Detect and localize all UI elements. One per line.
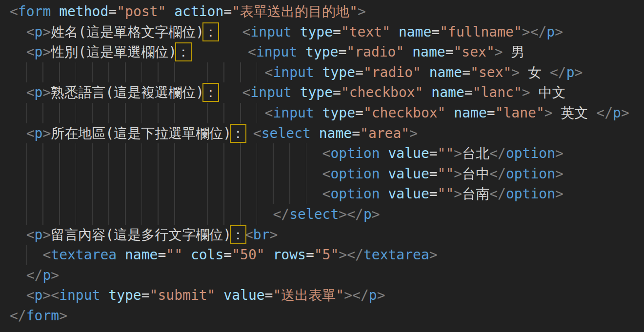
token-eq: = [429, 186, 438, 202]
token-text [314, 105, 322, 121]
token-punct: > [555, 166, 564, 182]
token-text: 性別(這是單選欄位) [51, 44, 177, 60]
code-line: <option value="">台中</option> [10, 164, 644, 184]
token-attr: type [305, 44, 338, 60]
token-attr: type [322, 105, 355, 121]
token-string: "lane" [495, 105, 544, 121]
code-line: <p>留言內容(這是多行文字欄位)：<br> [10, 225, 644, 245]
token-eq: = [464, 84, 473, 100]
token-punct: < [265, 105, 273, 121]
code-line: <p>性別(這是單選欄位)： <input type="radio" name=… [10, 42, 644, 62]
token-punct: </ [489, 145, 506, 161]
token-punct: < [242, 84, 251, 100]
token-punct: > [42, 125, 51, 141]
token-string: "" [166, 247, 182, 263]
token-punct: > [59, 308, 67, 324]
indent-guides [10, 164, 322, 184]
token-text [265, 247, 273, 263]
token-string: "表單送出的目的地" [232, 3, 358, 20]
token-punct: > [511, 64, 520, 80]
token-attr: type [300, 84, 333, 100]
code-line: <p>所在地區(這是下拉選單欄位)： <select name="area"> [10, 123, 644, 144]
token-attr: name [412, 44, 445, 60]
token-attr: name [429, 64, 462, 80]
token-text [245, 125, 253, 141]
token-punct: > [454, 166, 462, 182]
token-text [292, 24, 300, 40]
token-text [404, 44, 412, 60]
unicode-highlighted-colon: ： [231, 125, 245, 141]
token-punct: < [26, 287, 35, 303]
token-text: 中文 [530, 84, 566, 100]
token-punct: > [522, 24, 530, 40]
indent-guides [10, 225, 26, 245]
token-punct: </ [489, 166, 506, 182]
token-tag: textarea [363, 247, 429, 263]
token-tag: option [330, 186, 380, 202]
token-punct: </ [489, 186, 506, 202]
token-tag: p [35, 287, 43, 303]
token-tag: p [42, 267, 51, 283]
token-punct: < [248, 44, 256, 60]
code-line: <input type="checkbox" name="lane"> 英文 <… [10, 103, 644, 123]
token-punct: </ [550, 64, 566, 80]
token-attr: value [388, 186, 429, 202]
token-punct: > [409, 125, 418, 141]
code-editor[interactable]: <form method="post" action="表單送出的目的地"><p… [0, 0, 644, 332]
token-eq: = [223, 3, 232, 20]
token-tag: select [289, 206, 339, 222]
token-tag: p [546, 24, 555, 40]
code-line: <p>熟悉語言(這是複選欄位)： <input type="checkbox" … [10, 82, 644, 103]
token-punct: < [51, 287, 59, 303]
token-punct: </ [10, 308, 26, 324]
token-eq: = [431, 24, 440, 40]
token-text: 女 [520, 64, 550, 80]
token-attr: name [454, 105, 486, 121]
token-punct: > [555, 145, 564, 161]
token-punct: > [377, 287, 385, 303]
token-punct: < [26, 227, 35, 243]
token-tag: textarea [51, 247, 117, 263]
token-punct: </ [530, 24, 547, 40]
token-text [51, 3, 59, 20]
token-eq: = [141, 287, 150, 303]
token-eq: = [158, 247, 166, 263]
token-text: 所在地區(這是下拉選單欄位) [51, 125, 231, 141]
token-string: "" [438, 145, 454, 161]
token-attr: action [174, 3, 223, 20]
token-punct: < [242, 24, 251, 40]
token-attr: value [388, 166, 429, 182]
token-string: "area" [360, 125, 409, 141]
token-punct: > [454, 145, 462, 161]
token-tag: input [273, 64, 314, 80]
indent-guides [10, 123, 26, 144]
token-tag: option [506, 186, 555, 202]
indent-guides [10, 42, 26, 62]
code-line: <textarea name="" cols="50" rows="5"></t… [10, 245, 644, 265]
token-punct: > [555, 24, 563, 40]
token-string: "submit" [150, 287, 216, 303]
token-tag: option [506, 145, 555, 161]
indent-guides [10, 245, 42, 265]
token-text [380, 145, 388, 161]
token-text: 男 [503, 44, 525, 60]
token-text [215, 287, 223, 303]
token-tag: form [18, 3, 51, 20]
token-text [117, 247, 125, 263]
token-text [218, 24, 242, 40]
code-line: <option value="">台南</option> [10, 184, 644, 204]
token-eq: = [352, 125, 360, 141]
unicode-highlighted-colon: ： [231, 227, 245, 243]
token-tag: p [35, 125, 43, 141]
token-tag: input [250, 84, 291, 100]
token-punct: > [42, 44, 51, 60]
token-attr: type [108, 287, 141, 303]
token-eq: = [355, 64, 363, 80]
token-text: 台北 [462, 145, 489, 161]
token-tag: option [330, 145, 380, 161]
token-text [218, 84, 242, 100]
token-punct: < [42, 247, 51, 263]
token-text: 留言內容(這是多行文字欄位) [51, 227, 231, 243]
code-line: </p> [10, 265, 644, 286]
token-punct: > [555, 186, 564, 202]
